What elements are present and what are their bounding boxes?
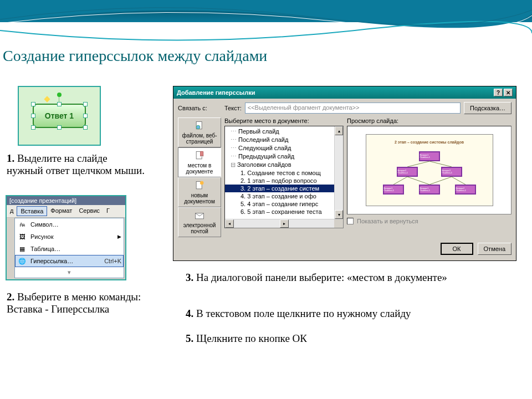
menu-bar: д Вставка Формат Сервис Г xyxy=(7,205,125,218)
link-to-tabs: файлом, веб-страницей местом в документе… xyxy=(178,117,221,237)
preview-node: Вопрос1 Ошибка-1 xyxy=(383,185,404,195)
tree-item-selected: 3. 2 этап – создание систем xyxy=(225,185,343,192)
globe-icon: 🌐 xyxy=(17,257,27,265)
step-5-text: 5. Щелкните по кнопке ОК xyxy=(186,332,496,345)
hyperlink-dialog: Добавление гиперссылки ? ✕ Связать с: Те… xyxy=(173,86,516,261)
preview-node: Вопрос2 Ошибка-1 xyxy=(397,167,418,177)
resize-handle-icon xyxy=(57,125,62,130)
scroll-down-icon[interactable]: ▾ xyxy=(335,210,343,219)
vertical-scrollbar[interactable]: ▴ ▾ xyxy=(334,126,343,228)
tree-item: ⋯ Последний слайд xyxy=(225,136,343,144)
show-return-checkbox[interactable] xyxy=(347,218,354,224)
step-1-text: 1. Выделите на слайде нужный ответ щелчк… xyxy=(7,152,145,177)
menu-expand[interactable]: ▾ xyxy=(15,267,124,278)
svg-line-8 xyxy=(393,177,407,185)
close-button[interactable]: ✕ xyxy=(504,89,513,96)
resize-handle-icon xyxy=(57,102,62,106)
slide-preview: 2 этап – создание системы слайдов Вопрос… xyxy=(366,134,493,206)
preview-node: Вопрос1 Ошибка-1 xyxy=(419,185,440,195)
tree-item: 1. Создание тестов с помощ xyxy=(225,169,343,177)
menu-screenshot: [создание презентаций] д Вставка Формат … xyxy=(6,195,126,280)
slide-preview-box: 2 этап – создание системы слайдов Вопрос… xyxy=(347,126,511,214)
dialog-title: Добавление гиперссылки xyxy=(177,89,255,96)
step-4-text: 4. В текстовом поле щелкните по нужному … xyxy=(186,308,496,320)
tree-item: 2. 1 этап – подбор вопросо xyxy=(225,177,343,185)
svg-point-4 xyxy=(200,181,204,185)
resize-handle-icon xyxy=(83,114,88,118)
preview-node: Вопрос2 Ошибка-1 xyxy=(455,185,476,195)
slide-preview-title: 2 этап – создание системы слайдов xyxy=(366,140,493,144)
scroll-right-icon[interactable]: ▸ xyxy=(280,219,289,228)
rotation-handle-icon xyxy=(57,93,62,97)
tree-item: 4. 3 этап – создание и офо xyxy=(225,192,343,200)
scroll-up-icon[interactable]: ▴ xyxy=(335,126,343,135)
tree-item: ⋯ Первый слайд xyxy=(225,127,343,136)
dialog-titlebar: Добавление гиперссылки ? ✕ xyxy=(173,86,516,99)
preview-node: Вопрос1 Ошибка-1 xyxy=(419,151,440,161)
answer-button-label: Ответ 1 xyxy=(45,111,74,120)
tab-place-in-doc[interactable]: местом в документе xyxy=(178,147,221,177)
menu-popup: 🗛 Символ… 🖼 Рисунок ▶ ▦ Таблица… 🌐 Гипер… xyxy=(14,218,124,278)
chevron-down-icon: ▾ xyxy=(68,269,71,276)
resize-handle-icon xyxy=(31,102,35,106)
preview-label: Просмотр слайда: xyxy=(347,117,511,124)
tree-item: 5. 4 этап – создание гиперс xyxy=(225,200,343,208)
text-field[interactable]: <<Выделенный фрагмент документа>> xyxy=(245,103,461,114)
tree-item: ⋯ Следующий слайд xyxy=(225,144,343,152)
show-return-label: Показать и вернуться xyxy=(357,218,418,224)
svg-point-1 xyxy=(196,125,200,129)
tooltip-button[interactable]: Подсказка… xyxy=(464,102,511,114)
menu-format[interactable]: Формат xyxy=(47,206,75,216)
submenu-arrow-icon: ▶ xyxy=(117,234,121,239)
menu-service[interactable]: Сервис xyxy=(75,206,103,216)
tab-file-webpage[interactable]: файлом, веб-страницей xyxy=(178,117,221,147)
ok-button[interactable]: ОК xyxy=(441,243,473,255)
resize-handle-icon xyxy=(31,125,35,130)
document-outline-tree[interactable]: ⋯ Первый слайд ⋯ Последний слайд ⋯ Следу… xyxy=(224,126,344,228)
file-web-icon xyxy=(193,120,206,131)
new-doc-icon xyxy=(193,180,206,191)
step-3-text: 3. На диалоговой панели выберите: «место… xyxy=(186,272,496,284)
resize-handle-icon xyxy=(83,125,88,130)
menu-item-picture[interactable]: 🖼 Рисунок ▶ xyxy=(15,231,124,243)
answer-shape-screenshot: Ответ 1 xyxy=(18,86,101,146)
picture-icon: 🖼 xyxy=(17,232,27,241)
answer-button: Ответ 1 xyxy=(33,104,86,128)
tree-item-expanded: ⊟ Заголовки слайдов xyxy=(225,161,343,169)
help-button[interactable]: ? xyxy=(494,89,503,96)
choose-place-label: Выберите место в документе: xyxy=(224,117,344,124)
menu-insert[interactable]: Вставка xyxy=(17,206,47,216)
text-label: Текст: xyxy=(224,105,242,111)
svg-line-7 xyxy=(429,161,452,167)
svg-line-10 xyxy=(429,177,452,185)
step-2-text: 2. Выберите в меню команды: Вставка - Ги… xyxy=(7,291,145,315)
menu-item-hyperlink[interactable]: 🌐 Гиперссылка… Ctrl+K xyxy=(15,255,124,267)
page-title: Создание гиперссылок между слайдами xyxy=(3,47,267,65)
table-icon: ▦ xyxy=(17,244,27,253)
shortcut-label: Ctrl+K xyxy=(104,258,121,264)
menu-item-symbol[interactable]: 🗛 Символ… xyxy=(15,218,124,231)
bookmark-doc-icon xyxy=(193,150,206,161)
preview-node: Вопрос2 Ошибка-1 xyxy=(441,167,462,177)
scroll-left-icon[interactable]: ◂ xyxy=(225,219,234,228)
adjust-handle-icon xyxy=(44,96,50,102)
symbol-icon: 🗛 xyxy=(17,220,27,229)
menu-window-title: [создание презентаций] xyxy=(7,196,125,205)
horizontal-scrollbar[interactable]: ◂ ▸ xyxy=(225,219,343,228)
tree-item: ⋯ Предыдущий слайд xyxy=(225,152,343,161)
tab-new-doc[interactable]: новым документом xyxy=(178,177,221,207)
cancel-button[interactable]: Отмена xyxy=(478,243,511,255)
resize-handle-icon xyxy=(83,102,88,106)
menu-item-table[interactable]: ▦ Таблица… xyxy=(15,243,124,255)
show-and-return-row: Показать и вернуться xyxy=(347,218,511,224)
tab-email[interactable]: электронной почтой xyxy=(178,207,221,237)
email-icon xyxy=(193,210,206,221)
tree-item: 6. 5 этап – сохранение теста xyxy=(225,208,343,216)
resize-handle-icon xyxy=(31,114,35,118)
scroll-corner xyxy=(334,219,343,228)
svg-line-6 xyxy=(407,161,429,167)
svg-line-9 xyxy=(407,177,429,185)
link-to-label: Связать с: xyxy=(178,105,221,111)
svg-line-11 xyxy=(452,177,466,185)
